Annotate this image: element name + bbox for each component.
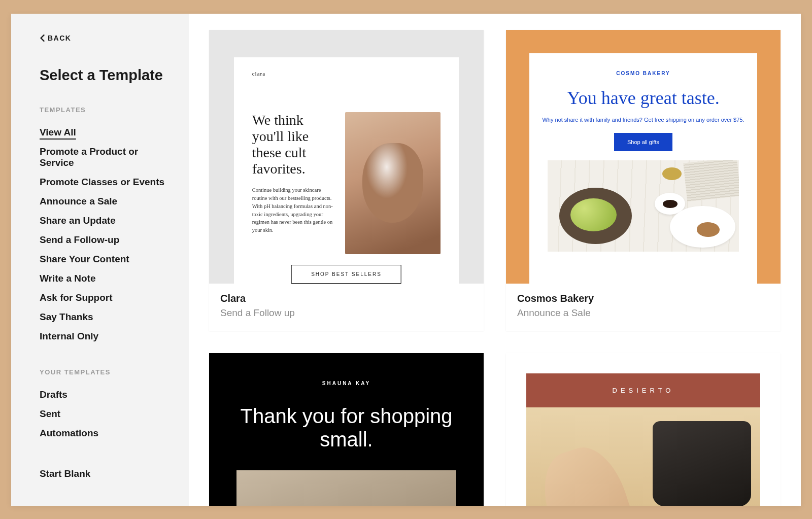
preview-body: Continue building your skincare routine … [252,186,333,234]
nav-say-thanks[interactable]: Say Thanks [40,307,165,327]
preview-sub: Why not share it with family and friends… [542,117,744,123]
preview-image [345,112,441,254]
preview-headline: You have great taste. [567,87,719,109]
preview-brand: COSMO BAKERY [616,71,670,76]
preview-brand: DESIERTO [526,373,760,407]
app-frame: BACK Select a Template TEMPLATES View Al… [11,14,801,506]
card-title: Clara [220,293,472,304]
nav-automations[interactable]: Automations [40,424,165,443]
nav-share-content[interactable]: Share Your Content [40,250,165,269]
preview-image [548,160,739,252]
template-card-clara[interactable]: clara We think you'll like these cult fa… [209,30,484,331]
card-meta: Cosmos Bakery Announce a Sale [506,284,781,331]
preview-headline: We think you'll like these cult favorite… [252,112,333,178]
back-label: BACK [48,34,71,42]
nav-promote-classes[interactable]: Promote Classes or Events [40,172,165,192]
templates-nav: View All Promote a Product or Service Pr… [40,123,165,346]
card-subtitle: Send a Follow up [220,307,472,319]
nav-announce-sale[interactable]: Announce a Sale [40,192,165,211]
nav-internal-only[interactable]: Internal Only [40,327,165,346]
preview-headline: Thank you for shopping small. [236,404,456,451]
template-thumb: clara We think you'll like these cult fa… [209,30,484,284]
start-blank-button[interactable]: Start Blank [40,468,165,479]
preview-image [236,470,456,506]
your-templates-nav: Drafts Sent Automations [40,385,165,443]
card-subtitle: Announce a Sale [517,307,769,319]
nav-promote-product[interactable]: Promote a Product or Service [40,142,165,172]
your-templates-section-label: YOUR TEMPLATES [40,368,165,376]
preview-brand: clara [252,71,441,77]
template-thumb: SHAUNA KAY Thank you for shopping small. [209,353,484,506]
preview-cta: Shop all gifts [614,133,672,151]
template-card-desierto[interactable]: DESIERTO [506,353,781,506]
card-title: Cosmos Bakery [517,293,769,304]
preview-cta: SHOP BEST SELLERS [291,265,401,284]
preview-brand: SHAUNA KAY [322,380,370,386]
nav-sent[interactable]: Sent [40,404,165,424]
template-thumb: COSMO BAKERY You have great taste. Why n… [506,30,781,284]
template-gallery: clara We think you'll like these cult fa… [189,14,801,506]
templates-section-label: TEMPLATES [40,106,165,114]
sidebar: BACK Select a Template TEMPLATES View Al… [11,14,189,506]
card-meta: Clara Send a Follow up [209,284,484,331]
nav-ask-support[interactable]: Ask for Support [40,288,165,307]
template-card-cosmos[interactable]: COSMO BAKERY You have great taste. Why n… [506,30,781,331]
nav-write-note[interactable]: Write a Note [40,269,165,288]
template-card-shauna[interactable]: SHAUNA KAY Thank you for shopping small. [209,353,484,506]
page-title: Select a Template [40,67,165,84]
preview-image [526,407,760,506]
nav-drafts[interactable]: Drafts [40,385,165,404]
back-button[interactable]: BACK [40,34,71,42]
nav-send-followup[interactable]: Send a Follow-up [40,230,165,250]
template-thumb: DESIERTO [506,353,781,506]
nav-share-update[interactable]: Share an Update [40,211,165,230]
nav-view-all[interactable]: View All [40,123,165,142]
chevron-left-icon [40,34,45,42]
template-grid: clara We think you'll like these cult fa… [209,30,781,506]
